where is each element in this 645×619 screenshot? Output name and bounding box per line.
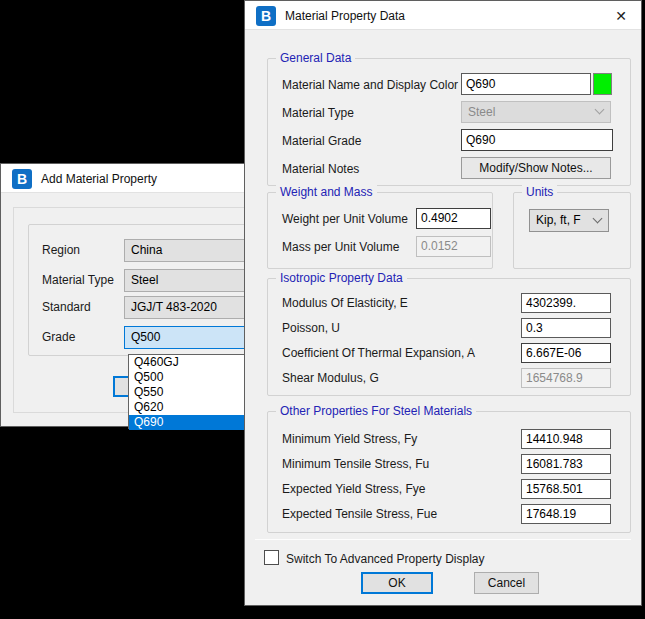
material-type-label: Material Type bbox=[42, 273, 114, 287]
material-type-combobox-disabled: Steel bbox=[461, 101, 611, 123]
units-legend: Units bbox=[522, 185, 557, 199]
mass-per-unit-volume-label: Mass per Unit Volume bbox=[282, 240, 399, 254]
min-yield-stress-input[interactable]: 14410.948 bbox=[521, 429, 611, 449]
add-material-title: Add Material Property bbox=[41, 172, 157, 186]
other-properties-legend: Other Properties For Steel Materials bbox=[276, 404, 476, 418]
material-type-value: Steel bbox=[131, 273, 158, 287]
bottom-separator bbox=[255, 539, 631, 540]
material-name-input[interactable]: Q690 bbox=[461, 73, 591, 95]
material-property-titlebar[interactable]: B Material Property Data ✕ bbox=[245, 1, 641, 30]
expected-tensile-stress-input[interactable]: 17648.19 bbox=[521, 504, 611, 524]
poisson-label: Poisson, U bbox=[282, 321, 340, 335]
display-color-swatch[interactable] bbox=[593, 73, 612, 95]
app-logo-icon: B bbox=[256, 6, 276, 26]
add-material-property-dialog: B Add Material Property Region China Mat… bbox=[0, 163, 280, 427]
material-name-label: Material Name and Display Color bbox=[282, 78, 458, 92]
shear-modulus-input: 1654768.9 bbox=[521, 368, 611, 388]
weight-mass-groupbox: Weight and Mass bbox=[267, 192, 493, 269]
material-type-label: Material Type bbox=[282, 106, 354, 120]
expected-tensile-stress-label: Expected Tensile Stress, Fue bbox=[282, 507, 437, 521]
standard-label: Standard bbox=[42, 300, 91, 314]
close-icon[interactable]: ✕ bbox=[611, 6, 631, 26]
modify-show-notes-button[interactable]: Modify/Show Notes... bbox=[461, 157, 611, 179]
min-tensile-stress-label: Minimum Tensile Stress, Fu bbox=[282, 457, 429, 471]
general-data-legend: General Data bbox=[276, 51, 355, 65]
material-type-value: Steel bbox=[468, 105, 495, 119]
units-value: Kip, ft, F bbox=[536, 213, 581, 227]
isotropic-legend: Isotropic Property Data bbox=[276, 271, 407, 285]
ok-button[interactable]: OK bbox=[361, 572, 433, 594]
app-logo-icon: B bbox=[12, 169, 32, 189]
thermal-expansion-label: Coefficient Of Thermal Expansion, A bbox=[282, 346, 475, 360]
material-grade-input[interactable]: Q690 bbox=[461, 129, 613, 151]
expected-yield-stress-label: Expected Yield Stress, Fye bbox=[282, 482, 425, 496]
expected-yield-stress-input[interactable]: 15768.501 bbox=[521, 479, 611, 499]
weight-per-unit-volume-label: Weight per Unit Volume bbox=[282, 212, 408, 226]
weight-mass-legend: Weight and Mass bbox=[276, 185, 377, 199]
units-combobox[interactable]: Kip, ft, F bbox=[529, 209, 609, 232]
material-property-title: Material Property Data bbox=[285, 9, 405, 23]
min-yield-stress-label: Minimum Yield Stress, Fy bbox=[282, 432, 417, 446]
desktop-background: { "left_dialog": { "title": "Add Materia… bbox=[0, 0, 645, 619]
chevron-down-icon bbox=[593, 213, 603, 223]
modulus-elasticity-input[interactable]: 4302399. bbox=[521, 293, 611, 313]
material-grade-label: Material Grade bbox=[282, 134, 361, 148]
thermal-expansion-input[interactable]: 6.667E-06 bbox=[521, 343, 611, 363]
advanced-display-checkbox[interactable] bbox=[264, 550, 279, 565]
mass-per-unit-volume-input: 0.0152 bbox=[416, 236, 491, 257]
weight-per-unit-volume-input[interactable]: 0.4902 bbox=[416, 208, 491, 229]
shear-modulus-label: Shear Modulus, G bbox=[282, 371, 379, 385]
chevron-down-icon bbox=[595, 105, 605, 115]
material-property-data-dialog: B Material Property Data ✕ General Data … bbox=[244, 0, 642, 606]
modulus-elasticity-label: Modulus Of Elasticity, E bbox=[282, 296, 408, 310]
standard-value: JGJ/T 483-2020 bbox=[131, 300, 217, 314]
grade-value: Q500 bbox=[131, 330, 160, 344]
cancel-button[interactable]: Cancel bbox=[474, 572, 539, 594]
region-value: China bbox=[131, 243, 162, 257]
grade-label: Grade bbox=[42, 330, 75, 344]
advanced-display-checkbox-label: Switch To Advanced Property Display bbox=[286, 552, 485, 566]
min-tensile-stress-input[interactable]: 16081.783 bbox=[521, 454, 611, 474]
material-notes-label: Material Notes bbox=[282, 162, 359, 176]
add-material-titlebar[interactable]: B Add Material Property bbox=[1, 164, 279, 193]
region-label: Region bbox=[42, 243, 80, 257]
poisson-input[interactable]: 0.3 bbox=[521, 318, 611, 338]
